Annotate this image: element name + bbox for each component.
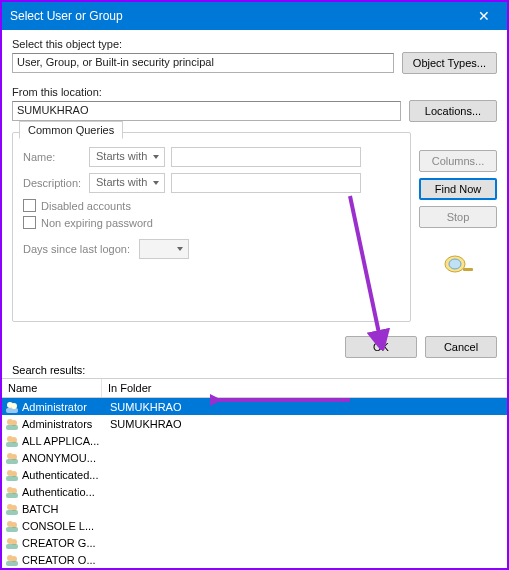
titlebar: Select User or Group ✕	[2, 2, 507, 30]
location-field[interactable]: SUMUKHRAO	[12, 101, 401, 121]
column-header-name[interactable]: Name	[2, 379, 102, 397]
search-results-label: Search results:	[2, 362, 507, 378]
user-group-icon	[4, 450, 20, 466]
result-folder: SUMUKHRAO	[102, 401, 182, 413]
user-group-icon	[4, 518, 20, 534]
result-name: Administrators	[22, 418, 102, 430]
result-name: Authenticated...	[22, 469, 102, 481]
svg-rect-5	[6, 408, 18, 413]
svg-point-1	[449, 259, 461, 269]
name-label: Name:	[23, 151, 83, 163]
svg-rect-32	[6, 561, 18, 566]
user-group-icon	[4, 416, 20, 432]
table-row[interactable]: CREATOR O...	[2, 551, 507, 568]
close-icon[interactable]: ✕	[469, 8, 499, 24]
window-title: Select User or Group	[10, 9, 469, 23]
user-group-icon	[4, 433, 20, 449]
columns-button[interactable]: Columns...	[419, 150, 497, 172]
stop-button[interactable]: Stop	[419, 206, 497, 228]
table-row[interactable]: CREATOR G...	[2, 534, 507, 551]
result-name: Administrator	[22, 401, 102, 413]
svg-rect-11	[6, 442, 18, 447]
name-mode-select[interactable]: Starts with	[89, 147, 165, 167]
non-expiring-label: Non expiring password	[41, 217, 153, 229]
non-expiring-checkbox[interactable]	[23, 216, 36, 229]
results-panel: Name In Folder AdministratorSUMUKHRAOAdm…	[2, 378, 507, 568]
magnifier-icon	[441, 252, 475, 280]
table-row[interactable]: AdministratorSUMUKHRAO	[2, 398, 507, 415]
ok-button[interactable]: OK	[345, 336, 417, 358]
table-row[interactable]: ALL APPLICA...	[2, 432, 507, 449]
user-group-icon	[4, 552, 20, 568]
svg-rect-14	[6, 459, 18, 464]
table-row[interactable]: ANONYMOU...	[2, 449, 507, 466]
result-name: Authenticatio...	[22, 486, 102, 498]
svg-rect-17	[6, 476, 18, 481]
user-group-icon	[4, 535, 20, 551]
svg-rect-2	[463, 268, 473, 271]
disabled-accounts-label: Disabled accounts	[41, 200, 131, 212]
result-name: ANONYMOU...	[22, 452, 102, 464]
svg-rect-8	[6, 425, 18, 430]
days-since-logon-label: Days since last logon:	[23, 243, 133, 255]
user-group-icon	[4, 484, 20, 500]
object-type-label: Select this object type:	[12, 38, 497, 50]
svg-rect-29	[6, 544, 18, 549]
description-input[interactable]	[171, 173, 361, 193]
table-row[interactable]: AdministratorsSUMUKHRAO	[2, 415, 507, 432]
disabled-accounts-checkbox[interactable]	[23, 199, 36, 212]
user-group-icon	[4, 399, 20, 415]
find-now-button[interactable]: Find Now	[419, 178, 497, 200]
table-row[interactable]: Authenticated...	[2, 466, 507, 483]
result-name: ALL APPLICA...	[22, 435, 102, 447]
results-body[interactable]: AdministratorSUMUKHRAOAdministratorsSUMU…	[2, 398, 507, 568]
result-name: CREATOR G...	[22, 537, 102, 549]
table-row[interactable]: BATCH	[2, 500, 507, 517]
table-row[interactable]: Authenticatio...	[2, 483, 507, 500]
description-mode-select[interactable]: Starts with	[89, 173, 165, 193]
user-group-icon	[4, 501, 20, 517]
object-type-field[interactable]: User, Group, or Built-in security princi…	[12, 53, 394, 73]
location-label: From this location:	[12, 86, 497, 98]
svg-rect-23	[6, 510, 18, 515]
svg-rect-20	[6, 493, 18, 498]
cancel-button[interactable]: Cancel	[425, 336, 497, 358]
results-header: Name In Folder	[2, 379, 507, 398]
column-header-folder[interactable]: In Folder	[102, 379, 507, 397]
result-name: CONSOLE L...	[22, 520, 102, 532]
result-name: BATCH	[22, 503, 102, 515]
table-row[interactable]: CONSOLE L...	[2, 517, 507, 534]
locations-button[interactable]: Locations...	[409, 100, 497, 122]
result-name: CREATOR O...	[22, 554, 102, 566]
svg-rect-26	[6, 527, 18, 532]
object-types-button[interactable]: Object Types...	[402, 52, 497, 74]
description-label: Description:	[23, 177, 83, 189]
result-folder: SUMUKHRAO	[102, 418, 182, 430]
name-input[interactable]	[171, 147, 361, 167]
tab-common-queries[interactable]: Common Queries	[19, 121, 123, 139]
days-since-logon-select	[139, 239, 189, 259]
user-group-icon	[4, 467, 20, 483]
